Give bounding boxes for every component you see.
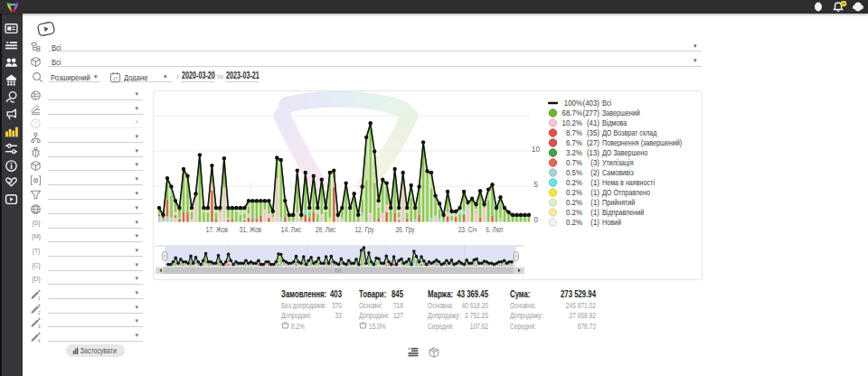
svg-text:0.2%: 0.2% xyxy=(566,178,582,188)
svg-text:3.2%: 3.2% xyxy=(566,148,582,158)
svg-text:0.2%: 0.2% xyxy=(566,208,582,218)
svg-text:(13): (13) xyxy=(587,148,599,158)
svg-text:Відправлений: Відправлений xyxy=(602,208,644,217)
svg-text:0: 0 xyxy=(533,215,538,224)
svg-text:Нема в наявності: Нема в наявності xyxy=(602,178,655,187)
svg-text:Повернення (завершений): Повернення (завершений) xyxy=(602,138,682,147)
svg-text:0.2%: 0.2% xyxy=(566,198,582,208)
svg-text:17. Жов: 17. Жов xyxy=(206,225,228,234)
svg-text:0.2%: 0.2% xyxy=(566,188,582,198)
svg-text:23. Січ: 23. Січ xyxy=(458,225,477,234)
svg-text:(2): (2) xyxy=(590,168,599,178)
svg-text:(3): (3) xyxy=(590,158,599,168)
svg-text:Відмова: Відмова xyxy=(602,118,627,127)
svg-text:Всі: Всі xyxy=(602,99,611,108)
svg-text:Новий: Новий xyxy=(602,218,621,227)
svg-text:31. Жов: 31. Жов xyxy=(240,225,261,234)
svg-text:14. Лис: 14. Лис xyxy=(281,225,302,234)
svg-text:ДО Завершено: ДО Завершено xyxy=(602,148,648,157)
svg-text:5: 5 xyxy=(533,180,538,189)
svg-text:(35): (35) xyxy=(587,128,599,138)
svg-text:10: 10 xyxy=(532,145,541,154)
svg-text:28. Лис: 28. Лис xyxy=(316,225,336,234)
svg-text:(1): (1) xyxy=(590,188,599,198)
svg-text:(1): (1) xyxy=(590,178,599,188)
svg-text:(1): (1) xyxy=(590,208,599,218)
svg-text:6.7%: 6.7% xyxy=(566,138,582,148)
svg-text:26. Гру: 26. Гру xyxy=(395,225,414,234)
svg-text:0.5%: 0.5% xyxy=(566,168,582,178)
svg-text:Самовивіз: Самовивіз xyxy=(602,168,634,177)
svg-text:ДО Возврат склад: ДО Возврат склад xyxy=(602,128,657,137)
svg-text:68.7%: 68.7% xyxy=(562,108,583,118)
svg-text:8.7%: 8.7% xyxy=(566,128,582,138)
svg-text:0.2%: 0.2% xyxy=(566,218,582,228)
svg-text:10.2%: 10.2% xyxy=(562,118,583,128)
svg-text:100%: 100% xyxy=(564,99,583,108)
svg-text:ДО Отправлено: ДО Отправлено xyxy=(602,188,650,197)
svg-text:(27): (27) xyxy=(587,138,599,148)
svg-text:(277): (277) xyxy=(583,108,600,118)
svg-text:Утилізація: Утилізація xyxy=(602,158,634,167)
svg-text:(403): (403) xyxy=(583,99,600,108)
svg-text:12. Гру: 12. Гру xyxy=(354,225,373,234)
svg-text:Завершений: Завершений xyxy=(602,108,640,118)
svg-text:(1): (1) xyxy=(590,218,599,228)
svg-text:Прийнятий: Прийнятий xyxy=(602,198,635,207)
svg-text:0.7%: 0.7% xyxy=(566,158,582,168)
svg-text:6. Лют: 6. Лют xyxy=(486,225,504,234)
svg-text:(1): (1) xyxy=(590,198,599,208)
svg-text:(41): (41) xyxy=(587,118,599,128)
